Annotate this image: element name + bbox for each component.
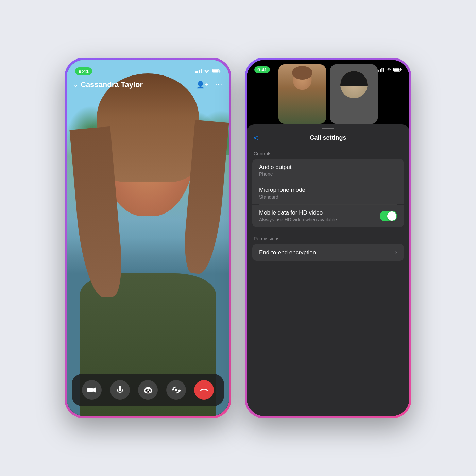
svg-rect-12 bbox=[380, 69, 381, 72]
status-bar: 9:41 bbox=[67, 60, 229, 79]
right-status-icons bbox=[378, 68, 402, 72]
permissions-section-label: Permissions bbox=[247, 230, 409, 244]
video-button[interactable] bbox=[82, 380, 102, 400]
svg-rect-2 bbox=[199, 70, 200, 73]
right-wifi-icon bbox=[386, 68, 392, 72]
encryption-title: End-to-end encryption bbox=[259, 249, 316, 256]
settings-panel: < Call settings Controls Audio output Ph… bbox=[247, 124, 409, 416]
chevron-down-icon[interactable]: ⌄ bbox=[73, 82, 78, 88]
svg-rect-1 bbox=[197, 71, 198, 73]
svg-rect-3 bbox=[201, 69, 202, 73]
chevron-right-icon: › bbox=[395, 249, 397, 256]
right-battery-icon bbox=[393, 68, 402, 72]
time-display: 9:41 bbox=[75, 67, 92, 75]
svg-point-10 bbox=[175, 389, 177, 391]
hd-video-title: Mobile data for HD video bbox=[259, 209, 337, 216]
battery-icon bbox=[212, 69, 221, 73]
more-options-icon[interactable]: ⋯ bbox=[215, 80, 222, 89]
signal-icon bbox=[196, 69, 202, 73]
svg-rect-16 bbox=[394, 68, 400, 71]
audio-output-item[interactable]: Audio output Phone bbox=[252, 159, 404, 182]
right-signal-icon bbox=[378, 68, 384, 72]
hd-video-left: Mobile data for HD video Always use HD v… bbox=[259, 209, 337, 222]
svg-rect-7 bbox=[119, 386, 121, 391]
toggle-knob bbox=[387, 211, 396, 221]
encryption-item[interactable]: End-to-end encryption › bbox=[252, 244, 404, 261]
microphone-mode-value: Standard bbox=[259, 194, 305, 200]
microphone-mode-title: Microphone mode bbox=[259, 187, 305, 193]
left-phone: 9:41 bbox=[65, 58, 231, 418]
encryption-right: › bbox=[395, 249, 397, 256]
hd-video-item[interactable]: Mobile data for HD video Always use HD v… bbox=[252, 205, 404, 227]
settings-header: < Call settings bbox=[247, 129, 409, 145]
call-controls-bar: 🐼 bbox=[72, 374, 224, 406]
controls-section-label: Controls bbox=[247, 145, 409, 159]
status-icons bbox=[196, 69, 221, 73]
permissions-settings-group: End-to-end encryption › bbox=[252, 244, 404, 261]
flip-camera-button[interactable] bbox=[166, 380, 186, 400]
svg-rect-0 bbox=[196, 71, 197, 73]
call-header: ⌄ Cassandra Taylor 👤+ ⋯ bbox=[67, 80, 229, 89]
mute-button[interactable] bbox=[110, 380, 130, 400]
svg-rect-11 bbox=[378, 70, 379, 72]
person-photo bbox=[67, 60, 229, 416]
back-button[interactable]: < bbox=[254, 134, 258, 142]
controls-settings-group: Audio output Phone Microphone mode Stand… bbox=[252, 159, 404, 227]
effects-button[interactable]: 🐼 bbox=[138, 380, 158, 400]
svg-rect-6 bbox=[87, 388, 93, 392]
svg-rect-14 bbox=[383, 68, 384, 72]
microphone-mode-item[interactable]: Microphone mode Standard bbox=[252, 182, 404, 204]
audio-output-value: Phone bbox=[259, 171, 291, 177]
audio-output-left: Audio output Phone bbox=[259, 164, 291, 177]
hd-video-right bbox=[380, 211, 397, 221]
end-call-button[interactable] bbox=[194, 380, 214, 400]
right-time-display: 9:41 bbox=[254, 66, 270, 73]
svg-rect-5 bbox=[213, 70, 219, 73]
caller-name-text: Cassandra Taylor bbox=[81, 80, 143, 89]
hd-video-subtitle: Always use HD video when available bbox=[259, 217, 337, 222]
wifi-icon bbox=[204, 69, 210, 73]
caller-info: ⌄ Cassandra Taylor bbox=[73, 80, 143, 89]
audio-output-title: Audio output bbox=[259, 164, 291, 171]
settings-title: Call settings bbox=[254, 134, 403, 141]
encryption-left: End-to-end encryption bbox=[259, 249, 316, 256]
svg-rect-13 bbox=[381, 68, 382, 72]
call-action-buttons: 👤+ ⋯ bbox=[196, 80, 222, 89]
add-person-icon[interactable]: 👤+ bbox=[196, 81, 209, 89]
right-phone: 9:41 bbox=[245, 58, 411, 418]
right-status-bar: 9:41 bbox=[247, 60, 409, 76]
hd-video-toggle[interactable] bbox=[380, 211, 397, 221]
microphone-mode-left: Microphone mode Standard bbox=[259, 187, 305, 200]
